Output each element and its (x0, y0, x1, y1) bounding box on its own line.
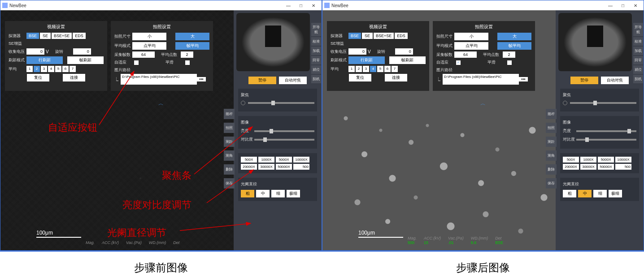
autofocus-button[interactable]: 自动对焦 (279, 77, 307, 84)
mag-5000x[interactable]: 5000X (598, 157, 614, 163)
calibrate-button[interactable]: 校准 (633, 37, 643, 46)
focus-slider[interactable] (248, 102, 314, 104)
avg-1[interactable]: 1 (26, 66, 33, 72)
smooth-checkbox[interactable] (185, 60, 190, 65)
calibrate-button[interactable]: 校准 (311, 37, 321, 46)
contrast-slider[interactable] (576, 139, 636, 141)
measure-angle-tab[interactable]: 测角 (546, 150, 557, 161)
mag-1000x[interactable]: 1000X (580, 157, 596, 163)
autofocus-button[interactable]: 自动对焦 (601, 77, 629, 84)
joystick-tab[interactable]: 摇杆 (546, 109, 557, 119)
frames-input[interactable]: 64 (132, 51, 155, 58)
reset-button[interactable]: 复位 (349, 74, 371, 81)
maximize-button[interactable]: □ (295, 3, 307, 8)
avg-3[interactable]: 3 (363, 66, 369, 72)
photo-size-large[interactable]: 大 (175, 33, 209, 40)
browse-button[interactable]: ••• (197, 77, 206, 81)
mag-10000x[interactable]: 10000X (293, 157, 309, 163)
aperture-coarse[interactable]: 粗 (563, 190, 576, 197)
rotation-input[interactable]: 0 (395, 48, 413, 55)
aperture-fine[interactable]: 细 (593, 190, 607, 197)
detector-bse[interactable]: BSE (26, 33, 39, 39)
rotation-input[interactable]: 0 (73, 48, 91, 55)
path-input[interactable]: D:\Program Files (x86)\NewBee\PIC (121, 74, 197, 85)
brightness-slider[interactable] (254, 130, 314, 132)
capture-tab[interactable]: 拍照 (546, 123, 557, 133)
close-button[interactable]: ✕ (307, 3, 320, 8)
delete-tab[interactable]: 删除 (546, 164, 557, 175)
photo-size-large[interactable]: 大 (497, 33, 531, 40)
aperture-ultrafine[interactable]: 极细 (287, 190, 300, 197)
position-button[interactable]: 就位 (311, 65, 321, 74)
frames-input[interactable]: 64 (454, 51, 477, 58)
connect-button[interactable]: 连接 (385, 74, 407, 81)
offline-button[interactable]: 脱机 (633, 75, 643, 83)
detector-bse-se[interactable]: BSE+SE (52, 33, 72, 39)
mag-20000x[interactable]: 20000X (241, 164, 257, 170)
refresh-line[interactable]: 行刷新 (26, 56, 63, 64)
detector-se[interactable]: SE (40, 33, 51, 39)
detector-bse-se[interactable]: BSE+SE (374, 33, 394, 39)
photo-size-small[interactable]: 小 (132, 33, 166, 40)
mag-20000x[interactable]: 20000X (563, 164, 579, 170)
focus-radio[interactable] (241, 101, 245, 105)
browse-button[interactable]: ••• (519, 77, 528, 81)
home-button[interactable]: 回零 (633, 56, 643, 64)
minimize-button[interactable]: — (604, 3, 617, 8)
contrast-slider[interactable] (254, 139, 314, 141)
mag-30000x[interactable]: 30000X (580, 164, 596, 170)
capture-tab[interactable]: 拍照 (224, 123, 235, 133)
refresh-frame[interactable]: 帧刷新 (67, 56, 104, 64)
load-button[interactable]: 加载 (311, 47, 321, 55)
close-button[interactable]: ✕ (629, 3, 642, 8)
mag-5000x[interactable]: 5000X (276, 157, 292, 163)
mag-10000x[interactable]: 10000X (615, 157, 631, 163)
save-tab[interactable]: 保存 (546, 178, 557, 188)
avg-5[interactable]: 5 (377, 66, 383, 72)
save-tab[interactable]: 保存 (224, 178, 235, 188)
detector-eds[interactable]: EDS (395, 33, 408, 39)
focus-slider[interactable] (570, 102, 636, 104)
refresh-line[interactable]: 行刷新 (348, 56, 385, 64)
measure-angle-tab[interactable]: 测角 (224, 150, 235, 161)
avg-2[interactable]: 2 (356, 66, 362, 72)
mag-custom-input[interactable]: 500 (615, 164, 631, 170)
avg-3[interactable]: 3 (41, 66, 47, 72)
load-button[interactable]: 加载 (633, 47, 643, 55)
smooth-checkbox[interactable] (507, 60, 512, 65)
avg-mode-point[interactable]: 点平均 (454, 42, 488, 50)
adaptive-checkbox[interactable] (456, 60, 461, 65)
aperture-fine[interactable]: 细 (271, 190, 285, 197)
photo-size-small[interactable]: 小 (454, 33, 488, 40)
connect-button[interactable]: 连接 (63, 74, 85, 81)
mag-1000x[interactable]: 1000X (258, 157, 274, 163)
avg-mode-frame[interactable]: 帧平均 (175, 42, 209, 50)
offline-button[interactable]: 脱机 (311, 75, 321, 83)
measure-dist-tab[interactable]: 测距 (546, 137, 557, 147)
mag-500x[interactable]: 500X (241, 157, 257, 163)
joystick-tab[interactable]: 摇杆 (224, 109, 235, 119)
mag-custom-input[interactable]: 500 (293, 164, 309, 170)
mag-50000x[interactable]: 50000X (598, 164, 614, 170)
avg-7[interactable]: 7 (392, 66, 398, 72)
detector-bse[interactable]: BSE (348, 33, 361, 39)
measure-dist-tab[interactable]: 测距 (224, 137, 235, 147)
avg-1[interactable]: 1 (348, 66, 355, 72)
collect-voltage-input[interactable]: 0 (348, 48, 366, 55)
aperture-medium[interactable]: 中 (578, 190, 592, 197)
avg-pts-select[interactable]: 2 (503, 51, 515, 58)
pause-button[interactable]: 暂停 (570, 77, 598, 84)
maximize-button[interactable]: □ (617, 3, 629, 8)
detector-eds[interactable]: EDS (73, 33, 86, 39)
avg-4[interactable]: 4 (48, 66, 54, 72)
avg-4[interactable]: 4 (370, 66, 376, 72)
mag-50000x[interactable]: 50000X (276, 164, 292, 170)
pause-button[interactable]: 暂停 (248, 77, 276, 84)
avg-5[interactable]: 5 (55, 66, 61, 72)
minimize-button[interactable]: — (282, 3, 295, 8)
aperture-medium[interactable]: 中 (256, 190, 270, 197)
avg-mode-frame[interactable]: 帧平均 (497, 42, 531, 50)
refresh-frame[interactable]: 帧刷新 (389, 56, 426, 64)
avg-7[interactable]: 7 (70, 66, 76, 72)
path-input[interactable]: D:\Program Files (x86)\NewBee\PIC (443, 74, 519, 85)
